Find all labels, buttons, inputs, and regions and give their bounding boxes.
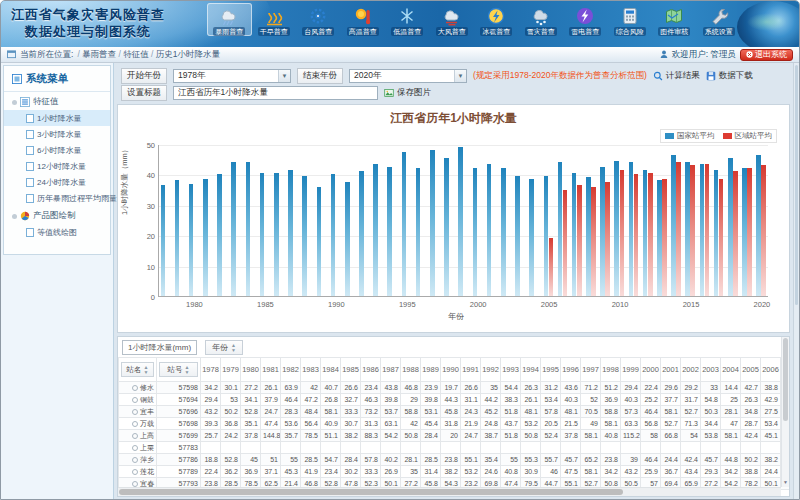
bar-national-1992[interactable] [359, 171, 364, 296]
bar-national-2013[interactable] [657, 180, 662, 296]
bar-national-1990[interactable] [331, 174, 336, 296]
window-scrollbar[interactable] [793, 63, 799, 499]
year-column-header[interactable]: 1982 [281, 358, 301, 382]
year-column-header[interactable]: 1998 [601, 358, 621, 382]
bar-regional-2005[interactable] [549, 238, 554, 296]
bar-regional-2008[interactable] [591, 187, 596, 296]
bar-national-1989[interactable] [317, 187, 322, 296]
year-column-header[interactable]: 1978 [201, 358, 221, 382]
table-row[interactable]: 万载5769839.336.835.147.453.656.440.930.73… [119, 418, 791, 430]
bar-national-2002[interactable] [501, 168, 506, 296]
bar-national-1986[interactable] [274, 173, 279, 296]
save-image-button[interactable]: 保存图片 [384, 87, 431, 99]
bar-national-1998[interactable] [444, 158, 449, 296]
year-column-header[interactable]: 1999 [621, 358, 641, 382]
toolbar-item-11[interactable]: 图件审核 [652, 3, 697, 36]
toolbar-item-2[interactable]: 干旱普查 [252, 3, 297, 36]
bar-national-2008[interactable] [586, 177, 591, 296]
legend-item-2[interactable]: 区域站平均 [723, 131, 773, 141]
compute-button[interactable]: 计算结果 [653, 70, 700, 82]
bar-national-1982[interactable] [217, 174, 222, 296]
bar-national-2001[interactable] [487, 164, 492, 296]
toolbar-item-7[interactable]: 冰雹普查 [474, 3, 519, 36]
sidebar-item-1-3[interactable]: 6小时降水量 [4, 142, 110, 158]
bar-national-2018[interactable] [728, 158, 733, 296]
legend-item-1[interactable]: 国家站平均 [665, 131, 715, 141]
table-row[interactable]: 铜鼓5769429.45334.137.946.447.226.832.746.… [119, 394, 791, 406]
bar-national-1985[interactable] [260, 173, 265, 296]
table-row[interactable]: 上栗57783 [119, 442, 791, 454]
sidebar-item-2-1[interactable]: 等值线绘图 [4, 224, 110, 240]
bar-national-2006[interactable] [558, 162, 563, 296]
toolbar-item-10[interactable]: 综合风险 [608, 3, 653, 36]
bar-regional-2013[interactable] [662, 179, 667, 296]
year-column-header[interactable]: 1989 [421, 358, 441, 382]
logout-button[interactable]: 退出系统 [740, 49, 793, 61]
vertical-scrollbar[interactable]: ▼ [781, 337, 789, 487]
bar-national-2007[interactable] [572, 173, 577, 296]
year-column-header[interactable]: 1995 [541, 358, 561, 382]
year-column-header[interactable]: 1981 [261, 358, 281, 382]
row-select-icon[interactable] [132, 469, 138, 475]
bar-national-1996[interactable] [416, 168, 421, 296]
toolbar-item-8[interactable]: 雪灾普查 [519, 3, 564, 36]
toolbar-item-4[interactable]: 高温普查 [341, 3, 386, 36]
bar-national-1993[interactable] [373, 164, 378, 296]
year-column-header[interactable]: 2003 [701, 358, 721, 382]
year-column-header[interactable]: 1990 [441, 358, 461, 382]
row-select-icon[interactable] [132, 385, 138, 391]
chart-legend[interactable]: 国家站平均区域站平均 [660, 129, 777, 143]
bar-national-1981[interactable] [203, 179, 208, 296]
bar-regional-2007[interactable] [577, 185, 582, 296]
horizontal-scroll-thumb[interactable] [119, 489, 623, 495]
horizontal-scrollbar[interactable] [118, 487, 781, 496]
year-column-header[interactable]: 1988 [401, 358, 421, 382]
toolbar-item-5[interactable]: 低温普查 [385, 3, 430, 36]
window-scroll-thumb[interactable] [795, 65, 798, 305]
year-column-header[interactable]: 1987 [381, 358, 401, 382]
bar-regional-2012[interactable] [648, 173, 653, 296]
row-select-icon[interactable] [132, 481, 138, 487]
bar-national-1984[interactable] [246, 162, 251, 296]
station-name-header[interactable]: 站名▲▼ [121, 362, 154, 377]
bar-national-1997[interactable] [430, 150, 435, 296]
bar-national-1999[interactable] [458, 147, 463, 296]
bar-national-1978[interactable] [161, 185, 166, 296]
year-column-header[interactable]: 1996 [561, 358, 581, 382]
expand-icon[interactable] [12, 100, 17, 105]
table-row[interactable]: 上高5769925.724.237.8144.835.778.551.138.2… [119, 430, 791, 442]
scroll-down-arrow[interactable]: ▼ [782, 478, 789, 487]
sidebar-group-1[interactable]: 特征值 [4, 92, 110, 110]
bar-regional-2018[interactable] [733, 171, 738, 296]
sidebar-group-2[interactable]: 产品图绘制 [4, 206, 110, 224]
bar-national-2016[interactable] [700, 164, 705, 296]
year-column-header[interactable]: 1985 [341, 358, 361, 382]
bar-national-1995[interactable] [402, 152, 407, 296]
bar-regional-2010[interactable] [620, 170, 625, 296]
year-column-header[interactable]: 2005 [741, 358, 761, 382]
toolbar-item-3[interactable]: 台风普查 [296, 3, 341, 36]
row-select-icon[interactable] [132, 409, 138, 415]
year-column-header[interactable]: 1992 [481, 358, 501, 382]
bar-national-2015[interactable] [685, 162, 690, 296]
bar-regional-2016[interactable] [705, 164, 710, 296]
bar-regional-2009[interactable] [605, 182, 610, 296]
bar-national-2014[interactable] [671, 155, 676, 296]
row-select-icon[interactable] [132, 397, 138, 403]
end-year-select[interactable]: 2020年 ▼ [349, 69, 467, 83]
toolbar-item-6[interactable]: 大风普查 [430, 3, 475, 36]
year-column-header[interactable]: 1979 [221, 358, 241, 382]
sidebar-item-1-6[interactable]: 历年暴雨过程平均雨量 [4, 190, 110, 206]
year-sort-control[interactable]: 年份 ▲▼ [205, 340, 243, 355]
download-button[interactable]: 数据下载 [706, 70, 753, 82]
vertical-scroll-thumb[interactable] [783, 338, 788, 421]
breadcrumb-item-1[interactable]: 暴雨普查 [82, 49, 116, 59]
breadcrumb-item-2[interactable]: 特征值 [123, 49, 149, 59]
year-column-header[interactable]: 1994 [521, 358, 541, 382]
start-year-select[interactable]: 1978年 ▼ [173, 69, 291, 83]
bar-national-2000[interactable] [473, 168, 478, 296]
bar-national-2003[interactable] [515, 176, 520, 296]
bar-national-2020[interactable] [756, 155, 761, 296]
row-select-icon[interactable] [132, 433, 138, 439]
sidebar-item-1-4[interactable]: 12小时降水量 [4, 158, 110, 174]
